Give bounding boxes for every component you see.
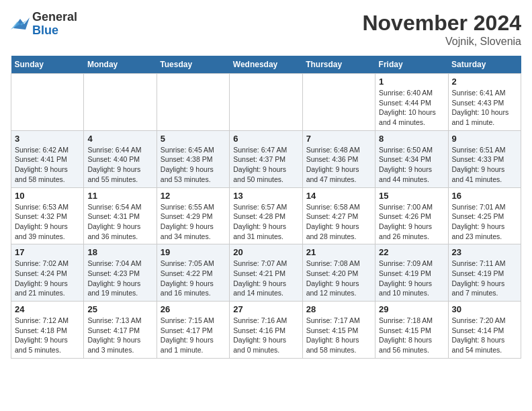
logo: General Blue (11, 11, 77, 38)
day-number: 10 (15, 191, 80, 201)
cell-info: Sunrise: 7:11 AM Sunset: 4:19 PM Dayligh… (452, 259, 517, 298)
day-header-sunday: Sunday (11, 56, 84, 74)
day-number: 1 (379, 77, 444, 87)
cell-info: Sunrise: 7:00 AM Sunset: 4:26 PM Dayligh… (379, 202, 444, 242)
day-number: 3 (15, 134, 80, 144)
day-cell-21: 21Sunrise: 7:08 AM Sunset: 4:20 PM Dayli… (302, 244, 375, 302)
day-header-wednesday: Wednesday (230, 56, 302, 74)
day-cell-6: 6Sunrise: 6:47 AM Sunset: 4:37 PM Daylig… (230, 130, 302, 187)
calendar-week-row: 17Sunrise: 7:02 AM Sunset: 4:24 PM Dayli… (11, 244, 521, 302)
cell-info: Sunrise: 7:02 AM Sunset: 4:24 PM Dayligh… (15, 259, 80, 298)
cell-info: Sunrise: 7:08 AM Sunset: 4:20 PM Dayligh… (306, 259, 371, 298)
day-number: 21 (306, 247, 371, 257)
day-cell-9: 9Sunrise: 6:51 AM Sunset: 4:33 PM Daylig… (448, 130, 521, 187)
empty-cell (157, 74, 229, 131)
cell-info: Sunrise: 7:20 AM Sunset: 4:14 PM Dayligh… (452, 316, 517, 355)
cell-info: Sunrise: 7:09 AM Sunset: 4:19 PM Dayligh… (379, 259, 444, 298)
cell-info: Sunrise: 6:57 AM Sunset: 4:28 PM Dayligh… (233, 202, 298, 242)
day-cell-28: 28Sunrise: 7:17 AM Sunset: 4:15 PM Dayli… (302, 302, 375, 359)
day-header-tuesday: Tuesday (157, 56, 229, 74)
page-subtitle: Vojnik, Slovenia (362, 36, 521, 48)
empty-cell (84, 74, 157, 131)
day-number: 15 (379, 191, 444, 201)
day-number: 30 (452, 304, 517, 314)
calendar-week-row: 24Sunrise: 7:12 AM Sunset: 4:18 PM Dayli… (11, 302, 521, 359)
cell-info: Sunrise: 6:53 AM Sunset: 4:32 PM Dayligh… (15, 202, 80, 242)
cell-info: Sunrise: 7:15 AM Sunset: 4:17 PM Dayligh… (161, 316, 226, 355)
day-header-saturday: Saturday (448, 56, 521, 74)
day-number: 16 (452, 191, 517, 201)
day-cell-7: 7Sunrise: 6:48 AM Sunset: 4:36 PM Daylig… (302, 130, 375, 187)
day-cell-25: 25Sunrise: 7:13 AM Sunset: 4:17 PM Dayli… (84, 302, 157, 359)
day-cell-10: 10Sunrise: 6:53 AM Sunset: 4:32 PM Dayli… (11, 187, 84, 244)
cell-info: Sunrise: 7:16 AM Sunset: 4:16 PM Dayligh… (233, 316, 298, 355)
day-number: 24 (15, 304, 80, 314)
day-number: 28 (306, 304, 371, 314)
day-number: 2 (452, 77, 517, 87)
page-header: General Blue November 2024 Vojnik, Slove… (11, 11, 521, 48)
day-number: 14 (306, 191, 371, 201)
cell-info: Sunrise: 7:05 AM Sunset: 4:22 PM Dayligh… (161, 259, 226, 298)
day-cell-29: 29Sunrise: 7:18 AM Sunset: 4:15 PM Dayli… (375, 302, 448, 359)
logo-bird-icon (11, 16, 30, 32)
cell-info: Sunrise: 7:17 AM Sunset: 4:15 PM Dayligh… (306, 316, 371, 355)
day-cell-18: 18Sunrise: 7:04 AM Sunset: 4:23 PM Dayli… (84, 244, 157, 302)
calendar-body: 1Sunrise: 6:40 AM Sunset: 4:44 PM Daylig… (11, 74, 521, 359)
cell-info: Sunrise: 6:45 AM Sunset: 4:38 PM Dayligh… (161, 145, 226, 185)
day-number: 5 (161, 134, 226, 144)
day-cell-26: 26Sunrise: 7:15 AM Sunset: 4:17 PM Dayli… (157, 302, 229, 359)
day-cell-20: 20Sunrise: 7:07 AM Sunset: 4:21 PM Dayli… (230, 244, 302, 302)
cell-info: Sunrise: 6:48 AM Sunset: 4:36 PM Dayligh… (306, 145, 371, 185)
day-cell-27: 27Sunrise: 7:16 AM Sunset: 4:16 PM Dayli… (230, 302, 302, 359)
logo-text: General Blue (32, 11, 77, 38)
logo-general: General (32, 10, 77, 24)
empty-cell (302, 74, 375, 131)
day-cell-30: 30Sunrise: 7:20 AM Sunset: 4:14 PM Dayli… (448, 302, 521, 359)
cell-info: Sunrise: 6:47 AM Sunset: 4:37 PM Dayligh… (233, 145, 298, 185)
calendar-table: SundayMondayTuesdayWednesdayThursdayFrid… (11, 56, 521, 359)
day-cell-3: 3Sunrise: 6:42 AM Sunset: 4:41 PM Daylig… (11, 130, 84, 187)
day-number: 25 (87, 304, 152, 314)
day-cell-16: 16Sunrise: 7:01 AM Sunset: 4:25 PM Dayli… (448, 187, 521, 244)
day-cell-24: 24Sunrise: 7:12 AM Sunset: 4:18 PM Dayli… (11, 302, 84, 359)
day-number: 4 (87, 134, 152, 144)
cell-info: Sunrise: 6:41 AM Sunset: 4:43 PM Dayligh… (452, 88, 517, 128)
calendar-week-row: 1Sunrise: 6:40 AM Sunset: 4:44 PM Daylig… (11, 74, 521, 131)
day-header-thursday: Thursday (302, 56, 375, 74)
cell-info: Sunrise: 6:44 AM Sunset: 4:40 PM Dayligh… (87, 145, 152, 185)
cell-info: Sunrise: 7:13 AM Sunset: 4:17 PM Dayligh… (87, 316, 152, 355)
day-cell-17: 17Sunrise: 7:02 AM Sunset: 4:24 PM Dayli… (11, 244, 84, 302)
cell-info: Sunrise: 6:54 AM Sunset: 4:31 PM Dayligh… (87, 202, 152, 242)
day-number: 9 (452, 134, 517, 144)
day-cell-4: 4Sunrise: 6:44 AM Sunset: 4:40 PM Daylig… (84, 130, 157, 187)
cell-info: Sunrise: 7:18 AM Sunset: 4:15 PM Dayligh… (379, 316, 444, 355)
day-cell-11: 11Sunrise: 6:54 AM Sunset: 4:31 PM Dayli… (84, 187, 157, 244)
cell-info: Sunrise: 6:40 AM Sunset: 4:44 PM Dayligh… (379, 88, 444, 128)
day-cell-13: 13Sunrise: 6:57 AM Sunset: 4:28 PM Dayli… (230, 187, 302, 244)
day-number: 27 (233, 304, 298, 314)
cell-info: Sunrise: 7:12 AM Sunset: 4:18 PM Dayligh… (15, 316, 80, 355)
day-number: 8 (379, 134, 444, 144)
day-number: 29 (379, 304, 444, 314)
cell-info: Sunrise: 7:04 AM Sunset: 4:23 PM Dayligh… (87, 259, 152, 298)
cell-info: Sunrise: 6:42 AM Sunset: 4:41 PM Dayligh… (15, 145, 80, 185)
page-title: November 2024 (362, 11, 521, 36)
day-number: 6 (233, 134, 298, 144)
cell-info: Sunrise: 7:01 AM Sunset: 4:25 PM Dayligh… (452, 202, 517, 242)
title-block: November 2024 Vojnik, Slovenia (362, 11, 521, 48)
cell-info: Sunrise: 6:51 AM Sunset: 4:33 PM Dayligh… (452, 145, 517, 185)
day-cell-8: 8Sunrise: 6:50 AM Sunset: 4:34 PM Daylig… (375, 130, 448, 187)
day-number: 11 (87, 191, 152, 201)
day-cell-15: 15Sunrise: 7:00 AM Sunset: 4:26 PM Dayli… (375, 187, 448, 244)
day-number: 23 (452, 247, 517, 257)
day-number: 18 (87, 247, 152, 257)
day-number: 20 (233, 247, 298, 257)
calendar-week-row: 10Sunrise: 6:53 AM Sunset: 4:32 PM Dayli… (11, 187, 521, 244)
day-number: 13 (233, 191, 298, 201)
day-number: 26 (161, 304, 226, 314)
cell-info: Sunrise: 6:50 AM Sunset: 4:34 PM Dayligh… (379, 145, 444, 185)
day-cell-12: 12Sunrise: 6:55 AM Sunset: 4:29 PM Dayli… (157, 187, 229, 244)
day-cell-23: 23Sunrise: 7:11 AM Sunset: 4:19 PM Dayli… (448, 244, 521, 302)
empty-cell (11, 74, 84, 131)
cell-info: Sunrise: 6:58 AM Sunset: 4:27 PM Dayligh… (306, 202, 371, 242)
